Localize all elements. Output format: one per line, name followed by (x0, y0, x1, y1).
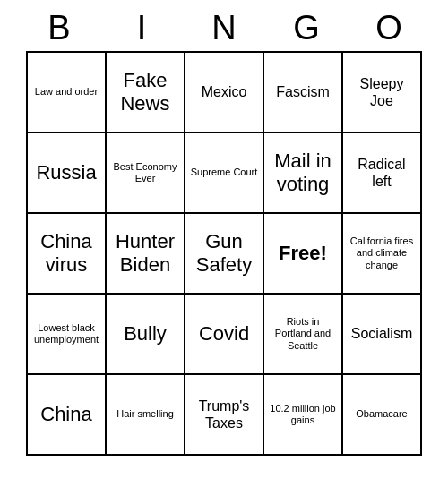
bingo-letter: N (185, 9, 263, 47)
bingo-cell[interactable]: Lowest black unemployment (28, 295, 107, 375)
bingo-cell[interactable]: Obamacare (343, 375, 422, 456)
bingo-letter: G (267, 9, 346, 47)
bingo-cell[interactable]: Mexico (185, 53, 264, 133)
bingo-cell[interactable]: Hair smelling (107, 375, 185, 456)
bingo-grid: Law and orderFake NewsMexicoFascismSleep… (26, 51, 422, 456)
bingo-cell[interactable]: California fires and climate change (343, 214, 422, 295)
bingo-cell[interactable]: Best Economy Ever (107, 133, 185, 214)
bingo-cell[interactable]: China virus (28, 214, 107, 295)
bingo-cell[interactable]: Socialism (343, 295, 422, 375)
bingo-cell[interactable]: Riots in Portland and Seattle (264, 295, 343, 375)
bingo-letter: I (102, 9, 181, 47)
bingo-cell[interactable]: Russia (28, 133, 107, 214)
bingo-cell[interactable]: Radical left (343, 133, 422, 214)
bingo-cell[interactable]: Sleepy Joe (343, 53, 422, 133)
bingo-cell[interactable]: Hunter Biden (107, 214, 185, 295)
bingo-cell[interactable]: 10.2 million job gains (264, 375, 343, 456)
bingo-cell[interactable]: Mail in voting (264, 133, 343, 214)
bingo-cell[interactable]: Gun Safety (185, 214, 264, 295)
bingo-cell[interactable]: Trump's Taxes (185, 375, 264, 456)
bingo-cell[interactable]: Covid (185, 295, 264, 375)
bingo-letter: O (349, 9, 428, 47)
bingo-cell[interactable]: Fascism (264, 53, 343, 133)
bingo-cell[interactable]: China (28, 375, 107, 456)
bingo-cell[interactable]: Bully (107, 295, 185, 375)
bingo-cell[interactable]: Law and order (28, 53, 107, 133)
bingo-letter: B (20, 9, 99, 47)
bingo-header: BINGO (18, 9, 430, 47)
bingo-cell[interactable]: Fake News (107, 53, 185, 133)
bingo-cell[interactable]: Supreme Court (185, 133, 264, 214)
bingo-cell[interactable]: Free! (264, 214, 343, 295)
